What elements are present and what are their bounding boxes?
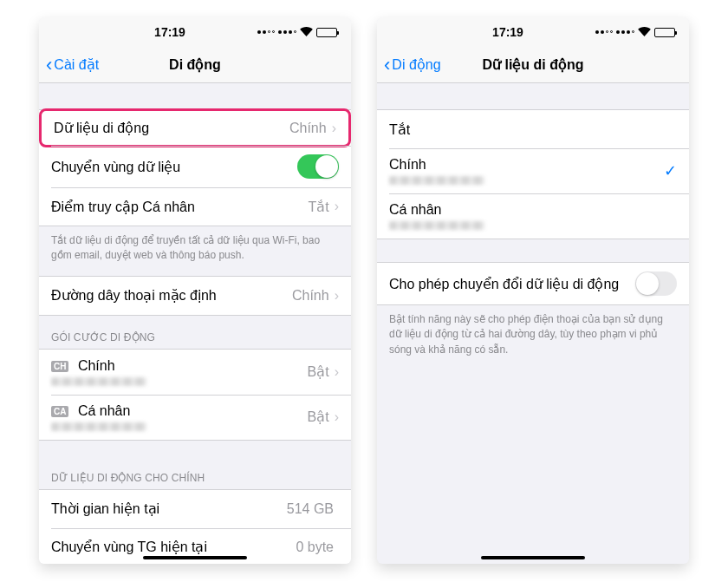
status-bar: 17:19 xyxy=(39,17,351,47)
cell-option-primary[interactable]: Chính ✓ xyxy=(377,148,689,193)
cell-default-voice-line[interactable]: Đường dây thoại mặc định Chính › xyxy=(39,277,351,315)
cell-option-personal[interactable]: Cá nhân xyxy=(377,193,689,239)
footer-text: Bật tính năng này sẽ cho phép điện thoại… xyxy=(377,305,689,369)
checkmark-icon: ✓ xyxy=(664,161,677,180)
cell-label: Đường dây thoại mặc định xyxy=(51,287,292,304)
sim-badge-icon: CH xyxy=(51,361,68,372)
status-time: 17:19 xyxy=(377,25,595,39)
cell-value: Chính xyxy=(292,288,329,304)
nav-title: Di động xyxy=(39,56,351,73)
cell-plan-personal[interactable]: CA Cá nhân Bật › xyxy=(39,395,351,440)
status-time: 17:19 xyxy=(39,25,257,39)
toggle-roaming[interactable] xyxy=(297,154,339,179)
cell-mobile-data[interactable]: Dữ liệu di động Chính › xyxy=(39,108,351,147)
cellular-dots-icon xyxy=(616,30,634,34)
nav-bar: ‹ Cài đặt Di động xyxy=(39,47,351,83)
footer-text: Tắt dữ liệu di động để truyền tất cả dữ … xyxy=(39,226,351,276)
chevron-right-icon: › xyxy=(335,409,339,425)
cell-label: Chính xyxy=(389,157,664,173)
cellular-dots-icon xyxy=(595,30,613,34)
blurred-text xyxy=(51,422,146,431)
battery-icon xyxy=(654,28,675,37)
cell-label: Chính xyxy=(78,358,115,373)
status-icons xyxy=(257,25,337,39)
phone-left: 17:19 ‹ Cài đặt Di động Dữ liệu di động … xyxy=(39,17,351,564)
battery-icon xyxy=(316,28,337,37)
toggle-data-switching[interactable] xyxy=(635,271,677,296)
blurred-text xyxy=(389,221,484,230)
cell-label: Cá nhân xyxy=(389,202,677,218)
chevron-right-icon: › xyxy=(335,364,339,380)
nav-bar: ‹ Di động Dữ liệu di động xyxy=(377,47,689,83)
cell-value: 514 GB xyxy=(287,501,334,517)
content: Tắt Chính ✓ Cá nhân Cho phép chuyển đổi … xyxy=(377,83,689,564)
chevron-right-icon: › xyxy=(335,199,339,214)
cell-personal-hotspot[interactable]: Điểm truy cập Cá nhân Tắt › xyxy=(39,187,351,226)
cell-value: Tắt xyxy=(308,199,328,215)
wifi-icon xyxy=(638,25,651,39)
section-header-usage: DỮ LIỆU DI ĐỘNG CHO CHÍNH xyxy=(39,441,351,489)
home-indicator[interactable] xyxy=(481,556,585,559)
home-indicator[interactable] xyxy=(143,556,247,559)
cell-label: Thời gian hiện tại xyxy=(51,500,287,517)
cellular-dots-icon xyxy=(257,30,275,34)
wifi-icon xyxy=(300,25,313,39)
chevron-right-icon: › xyxy=(332,121,336,136)
cell-value: Chính xyxy=(289,121,327,136)
phone-right: 17:19 ‹ Di động Dữ liệu di động Tắt Chín… xyxy=(377,17,689,564)
section-header-plans: GÓI CƯỚC DI ĐỘNG xyxy=(39,316,351,349)
cell-allow-data-switching[interactable]: Cho phép chuyển đổi dữ liệu di động xyxy=(377,263,689,304)
cell-plan-primary[interactable]: CH Chính Bật › xyxy=(39,350,351,395)
blurred-text xyxy=(51,377,146,386)
cell-option-off[interactable]: Tắt xyxy=(377,110,689,148)
content: Dữ liệu di động Chính › Chuyển vùng dữ l… xyxy=(39,83,351,564)
cell-label: Cá nhân xyxy=(78,403,131,418)
cell-current-period[interactable]: Thời gian hiện tại 514 GB xyxy=(39,490,351,528)
status-icons xyxy=(595,25,675,39)
status-bar: 17:19 xyxy=(377,17,689,47)
cell-label: Chuyển vùng dữ liệu xyxy=(51,159,297,175)
cell-label: Tắt xyxy=(389,121,677,138)
sim-badge-icon: CA xyxy=(51,406,68,417)
cell-label: Điểm truy cập Cá nhân xyxy=(51,199,308,215)
cell-value: Bật xyxy=(308,409,329,425)
nav-title: Dữ liệu di động xyxy=(377,56,689,73)
cell-label: Chuyển vùng TG hiện tại xyxy=(51,539,296,555)
chevron-right-icon: › xyxy=(335,288,339,304)
cell-value: 0 byte xyxy=(296,539,334,555)
cell-label: Cho phép chuyển đổi dữ liệu di động xyxy=(389,276,635,292)
cell-data-roaming[interactable]: Chuyển vùng dữ liệu xyxy=(39,146,351,187)
cell-value: Bật xyxy=(308,363,329,380)
cellular-dots-icon xyxy=(278,30,296,34)
cell-label: Dữ liệu di động xyxy=(54,120,289,136)
blurred-text xyxy=(389,176,484,185)
